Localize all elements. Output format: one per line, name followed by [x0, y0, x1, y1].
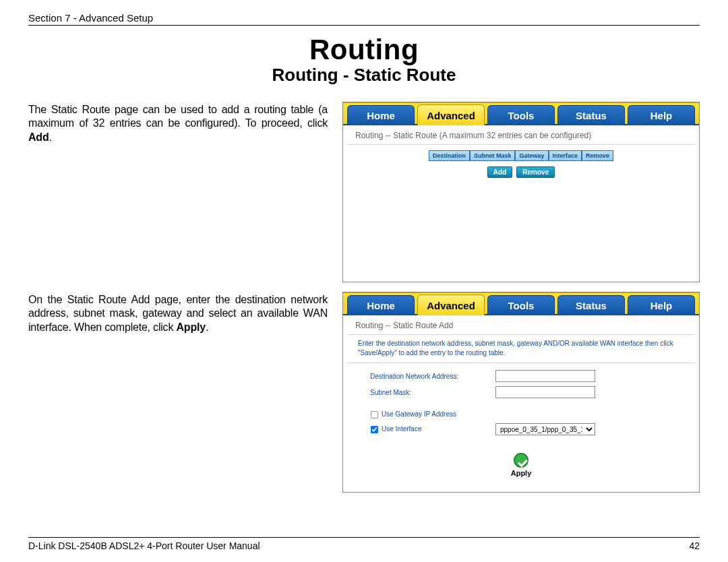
th-remove: Remove — [582, 150, 613, 161]
block2-paragraph: On the Static Route Add page, enter the … — [28, 292, 328, 493]
apply-label[interactable]: Apply — [511, 469, 532, 477]
subnet-mask-input[interactable] — [495, 386, 595, 398]
tab-tools-2[interactable]: Tools — [487, 295, 555, 315]
footer-manual: D-Link DSL-2540B ADSL2+ 4-Port Router Us… — [28, 540, 260, 551]
th-destination: Destination — [429, 150, 470, 161]
section-header: Section 7 - Advanced Setup — [28, 12, 700, 24]
footer-page: 42 — [689, 540, 700, 551]
interface-select[interactable]: pppoe_0_35_1/ppp_0_35_1 — [495, 423, 595, 435]
footer: D-Link DSL-2540B ADSL2+ 4-Port Router Us… — [28, 537, 700, 551]
page-subtitle: Routing - Static Route — [28, 65, 700, 86]
tab-help-2[interactable]: Help — [628, 295, 695, 315]
th-interface: Interface — [549, 150, 582, 161]
label-use-interface: Use Interface — [382, 425, 421, 433]
screenshot-panel-1: Home Advanced Tools Status Help Routing … — [342, 102, 700, 282]
tab-home[interactable]: Home — [347, 105, 415, 125]
label-subnet-mask: Subnet Mask: — [370, 389, 491, 396]
label-use-gateway: Use Gateway IP Address — [382, 410, 456, 418]
header-rule — [28, 25, 700, 26]
panel2-instructions: Enter the destination network address, s… — [347, 339, 695, 363]
navbar-2: Home Advanced Tools Status Help — [343, 292, 699, 315]
page-title: Routing — [28, 34, 700, 66]
tab-advanced-2[interactable]: Advanced — [417, 294, 485, 315]
th-subnet-mask: Subnet Mask — [470, 150, 516, 161]
block2-bold: Apply — [176, 321, 205, 333]
tab-help[interactable]: Help — [628, 105, 695, 125]
navbar-1: Home Advanced Tools Status Help — [343, 102, 699, 125]
use-interface-checkbox[interactable] — [371, 425, 378, 433]
destination-input[interactable] — [495, 370, 595, 382]
tab-status[interactable]: Status — [557, 105, 625, 125]
tab-home-2[interactable]: Home — [347, 295, 415, 315]
tab-advanced[interactable]: Advanced — [417, 104, 485, 125]
block2-text-post: . — [206, 321, 208, 333]
use-gateway-checkbox[interactable] — [371, 411, 378, 418]
block1-bold: Add — [28, 131, 49, 143]
label-destination: Destination Network Address: — [370, 373, 491, 380]
add-button[interactable]: Add — [487, 166, 512, 178]
panel1-caption: Routing -- Static Route (A maximum 32 en… — [347, 125, 695, 145]
block1-text-pre: The Static Route page can be used to add… — [28, 104, 328, 129]
panel1-table-headers: Destination Subnet Mask Gateway Interfac… — [343, 150, 699, 161]
apply-icon[interactable] — [514, 453, 528, 468]
tab-status-2[interactable]: Status — [557, 295, 625, 315]
tab-tools[interactable]: Tools — [487, 105, 555, 125]
panel2-caption: Routing -- Static Route Add — [347, 315, 695, 335]
footer-rule — [28, 537, 700, 538]
screenshot-panel-2: Home Advanced Tools Status Help Routing … — [342, 292, 700, 493]
block1-paragraph: The Static Route page can be used to add… — [28, 102, 328, 282]
th-gateway: Gateway — [515, 150, 548, 161]
block1-text-post: . — [49, 131, 52, 143]
remove-button[interactable]: Remove — [516, 166, 555, 178]
